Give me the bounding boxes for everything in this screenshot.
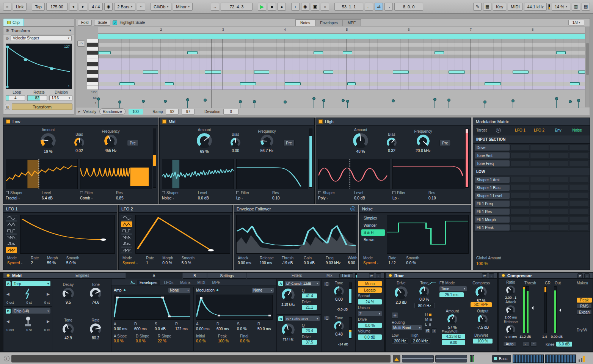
matrix-cell[interactable] xyxy=(530,201,549,207)
matrix-cell[interactable] xyxy=(530,177,549,183)
white-key[interactable] xyxy=(87,66,98,70)
subtab-mpe[interactable]: MPE xyxy=(210,280,223,285)
deviation-value[interactable]: 0 xyxy=(223,109,238,115)
lfo2-smooth-value[interactable]: 5.0 % xyxy=(182,261,195,265)
transform-apply-button[interactable]: Transform xyxy=(12,104,72,110)
param-value[interactable]: 9.03 kHz xyxy=(326,261,342,265)
clip-waveform-thumbnail-1[interactable] xyxy=(513,355,544,363)
scale-root-select[interactable]: C#/Db▾ xyxy=(151,3,171,11)
white-key[interactable] xyxy=(87,47,98,50)
matrix-cell[interactable] xyxy=(530,224,549,231)
osc-a-prev-icon[interactable]: ◀ xyxy=(6,292,9,296)
saw-down-icon[interactable] xyxy=(6,234,17,240)
velocity-marker[interactable] xyxy=(435,99,435,108)
filter-a-freq-knob[interactable] xyxy=(282,289,295,301)
loop-region-bar[interactable] xyxy=(98,34,585,39)
white-key[interactable] xyxy=(87,82,98,86)
roar-tone-knob[interactable] xyxy=(419,286,429,296)
midi-note[interactable] xyxy=(570,82,580,85)
high-split-value[interactable]: 2.00 kHz xyxy=(411,339,430,344)
param-value[interactable]: 100 ms xyxy=(260,261,276,265)
bias-knob[interactable] xyxy=(231,138,240,147)
info-icon[interactable]: i xyxy=(4,356,9,361)
filter-display[interactable] xyxy=(392,159,464,189)
scale-name-select[interactable]: Minor▾ xyxy=(173,3,193,11)
matrix-row-label[interactable]: Flt 1 Peak xyxy=(475,224,510,231)
tempo-display[interactable]: 175.00 xyxy=(46,3,67,11)
device-on-toggle[interactable] xyxy=(502,274,505,277)
velocity-marker[interactable] xyxy=(254,102,254,108)
knee-value[interactable]: 6.0 dB xyxy=(556,342,572,347)
velocity-marker[interactable] xyxy=(119,102,120,108)
midi-note[interactable] xyxy=(449,71,464,74)
osc-b-prev-icon[interactable]: ◀ xyxy=(6,319,9,323)
matrix-cell[interactable] xyxy=(550,160,569,166)
osc-a-next-icon[interactable]: ▶ xyxy=(47,292,50,296)
filter-a-drive-value[interactable]: 21.1 xyxy=(302,305,317,310)
midi-note[interactable] xyxy=(240,82,256,85)
audition-icon[interactable]: ♪ xyxy=(431,328,437,333)
expand-mode-button[interactable]: Expan xyxy=(577,310,592,315)
param-value[interactable]: 0.0 % xyxy=(136,339,152,343)
velocity-marker[interactable] xyxy=(187,100,188,108)
sc-hpf-button[interactable]: SC HPF xyxy=(471,302,492,307)
scrollbar-thumb[interactable] xyxy=(586,43,589,75)
amount-knob[interactable] xyxy=(197,133,212,148)
grid-resolution[interactable]: 1/8 ▾ xyxy=(568,20,584,25)
peak-mode-button[interactable]: Peak xyxy=(577,298,592,303)
record-button[interactable]: ● xyxy=(278,3,286,11)
noise-rate-value[interactable]: 1 / 2 xyxy=(388,261,396,265)
midi-note[interactable] xyxy=(205,71,221,74)
phase-invert-icon[interactable]: Ø xyxy=(425,328,430,333)
legato-button[interactable]: Legato xyxy=(358,287,382,293)
subtab-matrix[interactable]: Matrix xyxy=(177,280,193,285)
matrix-row-label[interactable]: Tone Freq xyxy=(475,160,510,166)
lfo2-display[interactable] xyxy=(135,215,230,254)
velocity-marker[interactable] xyxy=(513,101,513,108)
shaper-enable-checkbox[interactable] xyxy=(162,191,165,194)
white-key[interactable] xyxy=(87,39,98,43)
level-value[interactable]: 0.0 dB xyxy=(354,196,390,200)
loop-value[interactable]: 4 xyxy=(6,95,25,101)
matrix-cell[interactable] xyxy=(530,152,549,158)
filter-enable-checkbox[interactable] xyxy=(80,191,83,194)
noise-type-item[interactable]: Simplex xyxy=(361,215,385,221)
midi-note[interactable] xyxy=(165,82,174,85)
black-key[interactable] xyxy=(87,51,98,55)
sidechain-target-icon[interactable]: ◎ xyxy=(350,206,355,211)
drywet-value[interactable]: 100 % xyxy=(473,339,493,344)
matrix-cell[interactable] xyxy=(550,152,569,158)
osc-b-cent[interactable]: 0 ct xyxy=(44,328,50,332)
output-gain-handle[interactable] xyxy=(557,308,561,312)
param-value[interactable]: 0.0 % xyxy=(240,339,257,343)
square-icon[interactable] xyxy=(6,228,17,234)
mod-route-select[interactable]: None▾ xyxy=(252,288,274,293)
global-amount-value[interactable]: 100 % xyxy=(476,261,501,266)
band-enable-checkbox[interactable] xyxy=(318,119,323,124)
filter-b-drive-value[interactable]: 37.5 xyxy=(302,340,317,345)
steps-icon[interactable] xyxy=(6,241,17,246)
menu-icon[interactable]: ≡ xyxy=(3,3,11,11)
matrix-cell[interactable] xyxy=(550,193,569,199)
fb-time-value[interactable]: 25.1 ms xyxy=(439,292,464,297)
automation-arm-icon[interactable]: ○ xyxy=(321,3,329,11)
midi-note[interactable] xyxy=(435,51,444,54)
pre-button[interactable]: Pre xyxy=(439,140,451,146)
amount-knob[interactable] xyxy=(353,133,368,148)
device-options-icon[interactable]: ≡ xyxy=(376,273,381,278)
matrix-cell[interactable] xyxy=(530,193,549,199)
matrix-row-label[interactable]: Shaper 1 Bias xyxy=(475,185,510,191)
midi-note[interactable] xyxy=(187,51,198,54)
highlight-scale-checkbox[interactable]: ✓ xyxy=(113,20,117,25)
param-value[interactable]: -19 dB xyxy=(282,261,298,265)
band-l-toggle[interactable]: L xyxy=(425,322,427,326)
res-value[interactable]: 0.85 xyxy=(116,196,152,200)
velocity-marker[interactable] xyxy=(556,99,557,108)
steps-icon[interactable] xyxy=(121,241,132,246)
vertical-scrollbar[interactable] xyxy=(585,27,590,107)
tab-notes[interactable]: Notes xyxy=(295,19,315,26)
lfo1-display[interactable] xyxy=(20,215,115,254)
quantize-menu[interactable]: 2 Bars▾ xyxy=(114,3,135,11)
noise-display[interactable] xyxy=(387,215,469,254)
amp-route-select[interactable]: None▾ xyxy=(168,288,190,293)
